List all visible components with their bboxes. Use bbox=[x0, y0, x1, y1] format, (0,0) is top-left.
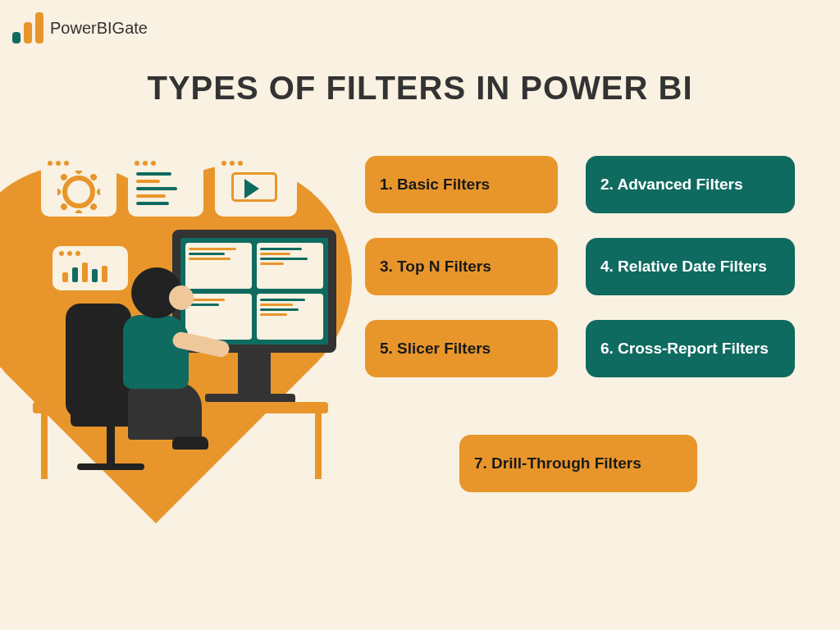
bar-chart-icon bbox=[12, 12, 43, 43]
code-lines-icon bbox=[136, 172, 195, 209]
illustration-person-at-computer bbox=[33, 148, 336, 509]
filter-card-basic: 1. Basic Filters bbox=[365, 156, 558, 213]
person-icon bbox=[82, 279, 213, 476]
filter-card-advanced: 2. Advanced Filters bbox=[586, 156, 795, 213]
page-title: TYPES OF FILTERS IN POWER BI bbox=[0, 70, 840, 107]
filter-card-topn: 3. Top N Filters bbox=[365, 238, 558, 295]
play-icon bbox=[244, 179, 259, 199]
filter-card-cross-report: 6. Cross-Report Filters bbox=[586, 320, 795, 377]
gear-icon bbox=[62, 176, 95, 208]
filter-types-list: 1. Basic Filters 2. Advanced Filters 3. … bbox=[365, 156, 824, 377]
filter-card-slicer: 5. Slicer Filters bbox=[365, 320, 558, 377]
brand-logo: PowerBIGate bbox=[12, 12, 148, 43]
brand-name: PowerBIGate bbox=[50, 19, 148, 38]
filter-card-relative-date: 4. Relative Date Filters bbox=[586, 238, 795, 295]
filter-card-drill-through: 7. Drill-Through Filters bbox=[459, 435, 697, 492]
